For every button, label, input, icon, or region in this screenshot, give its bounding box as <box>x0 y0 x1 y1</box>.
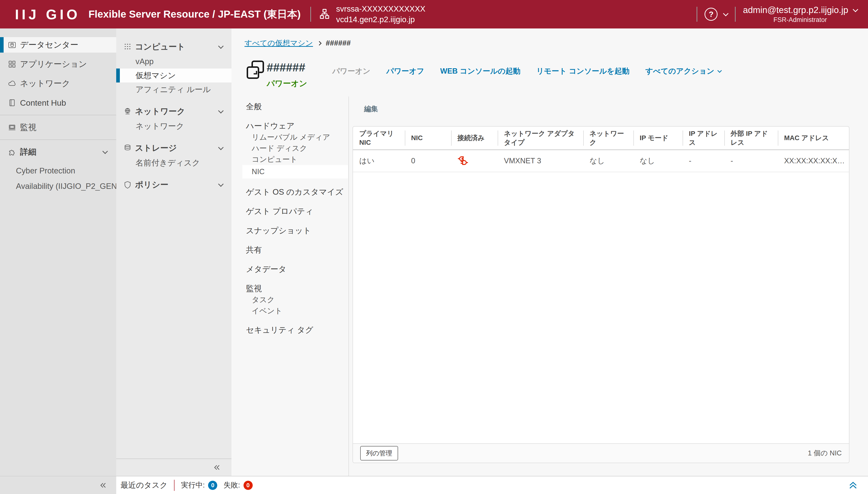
table-footer: 列の管理 1 個の NIC <box>353 443 849 463</box>
vm-name: ###### <box>267 61 305 74</box>
collapse-left-icon[interactable] <box>98 480 107 490</box>
failed-label: 失敗: <box>223 480 240 490</box>
sidebar-item-cyber-protection[interactable]: Cyber Protection <box>0 164 116 178</box>
vmnav-events[interactable]: イベント <box>242 305 348 317</box>
disconnected-plug-icon <box>457 155 469 167</box>
sidebar-item-content-hub[interactable]: Content Hub <box>0 95 116 111</box>
cell-ip-mode: なし <box>633 150 683 172</box>
col-nic[interactable]: NIC <box>405 127 451 150</box>
vmnav-tasks[interactable]: タスク <box>242 294 348 305</box>
cloud-icon <box>8 79 16 88</box>
section-label: ネットワーク <box>135 106 216 117</box>
col-external-ip[interactable]: 外部 IP アドレス <box>724 127 778 150</box>
sidebar-item-label: データセンター <box>20 39 78 51</box>
vmnav-nic[interactable]: NIC <box>242 165 348 178</box>
sidebar-item-vapp[interactable]: vApp <box>116 55 232 69</box>
col-primary-nic[interactable]: プライマリ NIC <box>353 127 405 150</box>
sidebar-section-storage[interactable]: ストレージ <box>116 140 232 156</box>
col-ip-address[interactable]: IP アドレス <box>683 127 724 150</box>
storage-icon <box>123 144 132 152</box>
web-console-button[interactable]: WEB コンソールの起動 <box>440 66 520 76</box>
all-actions-menu[interactable]: すべてのアクション <box>646 66 722 76</box>
chevron-down-icon[interactable] <box>853 6 859 12</box>
sidebar-divider <box>0 139 116 140</box>
vertical-divider <box>349 96 349 476</box>
vm-action-bar: パワーオン パワーオフ WEB コンソールの起動 リモート コンソールを起動 す… <box>332 66 721 76</box>
vmnav-general[interactable]: 全般 <box>242 101 348 112</box>
vmnav-monitoring[interactable]: 監視 <box>242 283 348 294</box>
datacenter-icon <box>8 41 16 49</box>
power-off-button[interactable]: パワーオフ <box>386 66 425 76</box>
sidebar-section-compute[interactable]: コンピュート <box>116 39 232 55</box>
nic-table-card: プライマリ NIC NIC 接続済み ネットワーク アダプタ タイプ ネットワー… <box>353 126 849 463</box>
col-mac-address[interactable]: MAC アドレス <box>778 127 849 150</box>
cell-external-ip: - <box>724 150 778 172</box>
sidebar-item-virtual-machines[interactable]: 仮想マシン <box>116 69 232 82</box>
collapse-left-icon[interactable] <box>212 463 221 472</box>
sidebar-item-affinity-rules[interactable]: アフィニティ ルール <box>116 82 232 96</box>
vmnav-hard-disks[interactable]: ハード ディスク <box>242 143 348 154</box>
power-on-button[interactable]: パワーオン <box>332 66 370 76</box>
breadcrumb-link-all-vms[interactable]: すべての仮想マシン <box>244 38 313 48</box>
section-label: ストレージ <box>135 142 216 154</box>
recent-tasks-content: 最近のタスク 実行中: 0 失敗: 0 <box>116 476 868 494</box>
content-hub-icon <box>8 99 16 107</box>
section-label: ポリシー <box>135 179 216 190</box>
cell-connected <box>451 150 498 172</box>
vmnav-security-tags[interactable]: セキュリティ タグ <box>242 324 348 336</box>
chevron-down-icon <box>218 108 224 114</box>
sidebar-item-applications[interactable]: アプリケーション <box>0 56 116 72</box>
cell-mac-address: XX:XX:XX:XX:X… <box>778 150 849 172</box>
sidebar-item-network[interactable]: ネットワーク <box>0 76 116 91</box>
vmnav-sharing[interactable]: 共有 <box>242 244 348 256</box>
sidebar-section-networking[interactable]: ネットワーク <box>116 104 232 119</box>
edit-button[interactable]: 編集 <box>364 104 378 114</box>
secondary-sidebar: コンピュート vApp 仮想マシン アフィニティ ルール ネットワーク ネットワ… <box>116 28 232 476</box>
table-row[interactable]: はい 0 <box>353 150 849 172</box>
sidebar-item-label: 監視 <box>20 122 36 133</box>
recent-tasks-bar: 最近のタスク 実行中: 0 失敗: 0 <box>0 476 868 494</box>
sidebar-divider <box>0 115 116 115</box>
expand-tasks-control[interactable] <box>848 480 859 491</box>
taskbar-divider <box>174 480 175 491</box>
all-actions-label: すべてのアクション <box>646 66 714 76</box>
cell-adapter-type: VMXNET 3 <box>498 150 583 172</box>
manage-columns-button[interactable]: 列の管理 <box>360 446 398 460</box>
col-connected[interactable]: 接続済み <box>451 127 498 150</box>
sidebar-item-networks[interactable]: ネットワーク <box>116 119 232 133</box>
failed-count-badge: 0 <box>243 481 253 490</box>
iij-gio-logo: IIJ GIO <box>15 6 80 22</box>
sidebar-item-availability[interactable]: Availability (IIJGIO_P2_GEN… <box>0 179 116 193</box>
cell-network: なし <box>583 150 633 172</box>
sidebar-item-advanced[interactable]: 詳細 <box>0 144 116 160</box>
shield-icon <box>123 180 132 189</box>
vmnav-compute[interactable]: コンピュート <box>242 154 348 165</box>
double-chevron-up-icon <box>848 480 859 491</box>
account-email[interactable]: admin@test.grp.p2.iijgio.jp <box>743 5 848 15</box>
col-ip-mode[interactable]: IP モード <box>633 127 683 150</box>
col-adapter-type[interactable]: ネットワーク アダプタ タイプ <box>498 127 583 150</box>
sidebar-item-datacenter[interactable]: データセンター <box>0 37 116 53</box>
sidebar-item-named-disks[interactable]: 名前付きディスク <box>116 156 232 170</box>
vmnav-snapshots[interactable]: スナップショット <box>242 225 348 236</box>
vmnav-metadata[interactable]: メタデータ <box>242 263 348 275</box>
sidebar-section-policies[interactable]: ポリシー <box>116 177 232 192</box>
help-icon[interactable]: ? <box>705 8 717 21</box>
vmnav-guest-properties[interactable]: ゲスト プロパティ <box>242 206 348 217</box>
chevron-down-icon <box>717 68 722 73</box>
running-count-badge: 0 <box>208 481 217 490</box>
main-content: すべての仮想マシン ###### ###### パワーオン パワーオン パワーオ… <box>232 28 868 476</box>
header-divider <box>735 7 736 22</box>
vmnav-hardware[interactable]: ハードウェア <box>242 120 348 132</box>
remote-console-button[interactable]: リモート コンソールを起動 <box>536 66 629 76</box>
chevron-down-icon[interactable] <box>723 11 729 16</box>
vmnav-guest-os-customization[interactable]: ゲスト OS のカスタマイズ <box>242 186 348 198</box>
help-menu[interactable]: ? <box>705 8 728 21</box>
sidebar-item-monitoring[interactable]: 監視 <box>0 120 116 135</box>
chevron-down-icon <box>218 182 224 187</box>
vmnav-removable-media[interactable]: リムーバブル メディア <box>242 132 348 143</box>
chevron-right-icon <box>317 41 321 45</box>
account-menu[interactable]: admin@test.grp.p2.iijgio.jp FSR-Administ… <box>743 5 857 24</box>
col-network[interactable]: ネットワーク <box>583 127 633 150</box>
breadcrumb: すべての仮想マシン ###### <box>244 38 351 48</box>
